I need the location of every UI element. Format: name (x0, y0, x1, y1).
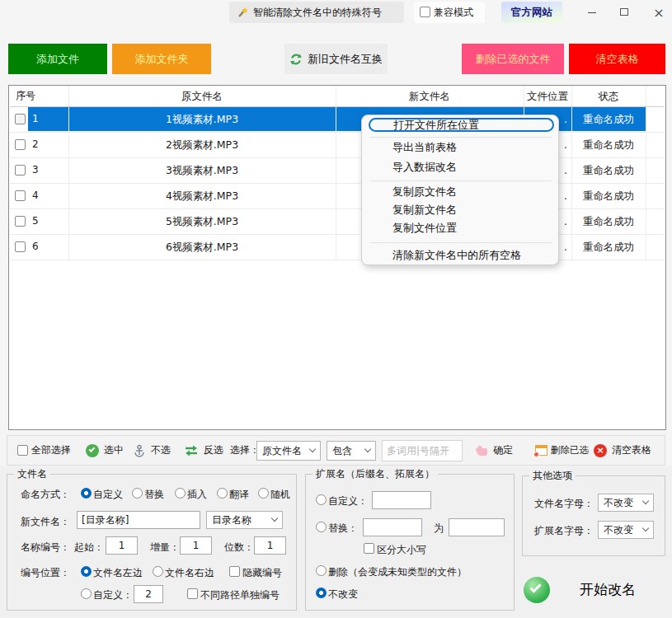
confirm-button[interactable]: 确定 (473, 436, 513, 465)
table-row[interactable]: 3 3视频素材.MP3 . 重命名成功 (9, 157, 664, 183)
naming-replace-label: 替换 (144, 488, 164, 502)
delete-checked-button[interactable]: 删除已选 (535, 436, 589, 465)
field-select[interactable]: 原文件名 (256, 441, 321, 461)
row-checkbox[interactable] (15, 139, 26, 150)
col-header-location[interactable]: 文件位置 (524, 86, 571, 106)
ext-replace-radio[interactable] (316, 522, 327, 532)
pos-left-label: 文件名左边 (93, 566, 143, 580)
row-checkbox[interactable] (15, 241, 26, 252)
pos-custom-input[interactable]: 2 (134, 585, 163, 603)
table-row[interactable]: 4 4视频素材.MP3 . 重命名成功 (9, 183, 664, 208)
naming-random-label: 随机 (270, 488, 290, 502)
row-checkbox[interactable] (15, 216, 26, 227)
confirm-label: 确定 (493, 443, 513, 457)
row-checkbox[interactable] (15, 165, 26, 176)
ext-replace-from-input[interactable] (363, 518, 422, 536)
app-window: { "titlebar": { "app_title": "智能清除文件名中的特… (0, 0, 672, 618)
hide-number-checkbox[interactable] (229, 566, 240, 577)
clear-table-quick-button[interactable]: × 清空表格 (594, 436, 651, 465)
menu-item-import-rename[interactable]: 导入数据改名 (392, 157, 457, 177)
keywords-input[interactable]: 多词用|号隔开 (382, 440, 463, 461)
start-rename-button[interactable]: 开始改名 (522, 564, 665, 615)
ext-custom-label: 自定义： (328, 494, 368, 508)
ext-custom-input[interactable] (372, 491, 431, 509)
menu-item-copy-orig[interactable]: 复制原文件名 (392, 182, 457, 202)
step-label: 增量： (150, 541, 180, 555)
compat-checkbox[interactable] (420, 7, 430, 17)
extension-group-title: 扩展名（后缀名、拓展名） (313, 467, 438, 481)
ext-keep-radio[interactable] (316, 588, 327, 598)
naming-replace-radio[interactable] (132, 488, 143, 499)
token-select[interactable]: 目录名称 (206, 511, 283, 529)
separate-paths-checkbox[interactable] (187, 588, 198, 599)
pos-custom-radio[interactable] (81, 588, 92, 599)
ext-case-select[interactable]: 不改变 (598, 521, 654, 539)
menu-separator (370, 242, 552, 243)
window-delete-icon (535, 445, 547, 456)
table-row[interactable]: 1 1视频素材.MP3 . 重命名成功 (9, 106, 664, 132)
menu-item-export-table[interactable]: 导出当前表格 (392, 138, 457, 157)
minimize-button[interactable] (581, 0, 603, 25)
digits-input[interactable]: 1 (254, 536, 286, 555)
menu-separator (370, 180, 552, 181)
check-selected-button[interactable]: 选中 (86, 436, 124, 465)
website-button[interactable]: 官方网站 (501, 2, 562, 23)
grid-hline (10, 208, 665, 209)
naming-translate-radio[interactable] (217, 488, 228, 499)
table-row[interactable]: 2 2视频素材.MP3 . 重命名成功 (9, 132, 664, 157)
ext-keep-label: 不改变 (328, 588, 358, 602)
row-checkbox[interactable] (15, 114, 26, 124)
ext-replace-to-input[interactable] (449, 518, 505, 536)
step-input[interactable]: 1 (180, 536, 212, 555)
pos-left-radio[interactable] (81, 566, 92, 577)
menu-item-copy-new[interactable]: 复制新文件名 (392, 200, 457, 220)
case-sensitive-label: 区分大小写 (377, 543, 426, 557)
swap-names-button[interactable]: 新旧文件名互换 (284, 44, 388, 74)
menu-item-open-location[interactable]: 打开文件所在位置 (369, 118, 554, 132)
col-header-status[interactable]: 状态 (571, 86, 646, 106)
row-status: 重命名成功 (571, 157, 646, 183)
case-sensitive-checkbox[interactable] (364, 543, 374, 554)
close-button[interactable]: × (648, 0, 670, 25)
separate-paths-label: 不同路径单独编号 (200, 588, 280, 602)
table-row[interactable]: 5 5视频素材.MP3 . 重命名成功 (9, 208, 664, 234)
swap-names-label: 新旧文件名互换 (308, 52, 383, 67)
start-input[interactable]: 1 (106, 536, 138, 555)
col-header-index[interactable]: 序号 (16, 86, 35, 106)
col-header-orig[interactable]: 原文件名 (68, 86, 336, 106)
naming-translate-label: 翻译 (229, 488, 249, 502)
add-file-button[interactable]: 添加文件 (8, 44, 107, 74)
row-orig-name: 3视频素材.MP3 (68, 157, 336, 183)
naming-custom-radio[interactable] (81, 488, 92, 499)
match-select-value: 包含 (332, 444, 352, 458)
menu-item-copy-location[interactable]: 复制文件位置 (392, 218, 457, 238)
grid-hline (10, 183, 665, 184)
ext-custom-radio[interactable] (316, 494, 327, 505)
clear-table-quick-label: 清空表格 (612, 443, 651, 457)
menu-item-clear-spaces[interactable]: 清除新文件名中的所有空格 (392, 246, 521, 265)
maximize-button[interactable] (614, 0, 636, 25)
invert-selection-button[interactable]: 反选 (184, 436, 223, 465)
wand-icon (236, 6, 249, 19)
add-folder-button[interactable]: 添加文件夹 (112, 44, 211, 74)
ext-delete-radio[interactable] (316, 565, 327, 576)
row-index: 4 (32, 183, 39, 208)
naming-random-radio[interactable] (258, 488, 269, 499)
row-orig-name: 2视频素材.MP3 (68, 132, 336, 157)
start-rename-label: 开始改名 (580, 580, 636, 599)
new-name-input[interactable]: [目录名称] (77, 511, 200, 529)
delete-selected-files-button[interactable]: 删除已选的文件 (462, 44, 564, 74)
row-checkbox[interactable] (15, 190, 26, 201)
col-header-new[interactable]: 新文件名 (336, 86, 524, 106)
select-all-checkbox[interactable] (17, 445, 28, 456)
pos-right-radio[interactable] (153, 566, 163, 577)
match-select[interactable]: 包含 (327, 441, 376, 461)
clear-table-button[interactable]: 清空表格 (569, 44, 665, 74)
filename-case-select[interactable]: 不改变 (598, 494, 654, 512)
grid-hline (10, 132, 665, 133)
table-row[interactable]: 6 6视频素材.MP3 . 重命名成功 (9, 234, 664, 260)
naming-insert-radio[interactable] (175, 488, 186, 499)
row-index: 5 (32, 208, 39, 234)
swap-icon (289, 53, 303, 66)
uncheck-button[interactable]: 不选 (133, 436, 171, 465)
